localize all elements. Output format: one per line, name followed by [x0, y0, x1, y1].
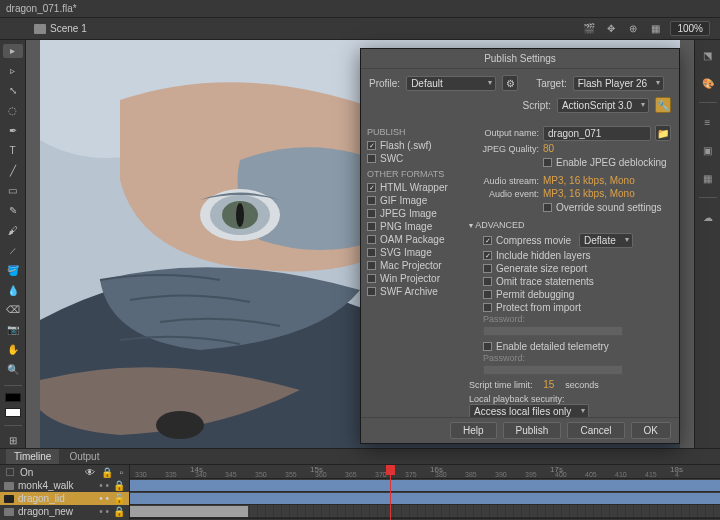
- profile-label: Profile:: [369, 78, 400, 89]
- audio-event-link[interactable]: MP3, 16 kbps, Mono: [543, 188, 635, 199]
- clapper-icon[interactable]: 🎬: [582, 22, 596, 36]
- timeline-tab[interactable]: Timeline: [6, 449, 59, 464]
- script-settings-icon[interactable]: 🔧: [655, 97, 671, 113]
- jpeg-quality-value[interactable]: 80: [543, 143, 554, 154]
- telemetry-password-label: Password:: [483, 353, 671, 363]
- browse-icon[interactable]: 📁: [655, 125, 671, 141]
- snap-tool[interactable]: ⊞: [3, 434, 23, 448]
- protect-checkbox[interactable]: Protect from import: [483, 301, 671, 314]
- jpeg-checkbox[interactable]: JPEG Image: [367, 207, 455, 220]
- right-dock: ⬔ 🎨 ≡ ▣ ▦ ☁: [694, 40, 720, 448]
- compress-checkbox[interactable]: ✓Compress movieDeflate: [483, 232, 671, 249]
- flash-checkbox[interactable]: ✓Flash (.swf): [367, 139, 455, 152]
- timeline-panel: Timeline Output On👁🔒▫ monk4_walk• •🔒 dra…: [0, 448, 720, 520]
- debug-checkbox[interactable]: Permit debugging: [483, 288, 671, 301]
- format-list: PUBLISH ✓Flash (.swf) SWC OTHER FORMATS …: [361, 119, 461, 417]
- timeline-ruler[interactable]: 14s 15s 16s 17s 18s 33033534034535035536…: [130, 465, 720, 479]
- palette-icon[interactable]: 🎨: [699, 74, 717, 92]
- compress-dropdown[interactable]: Deflate: [579, 233, 633, 248]
- layer-row[interactable]: dragon_new• •🔒: [0, 505, 129, 518]
- on-label: On: [20, 467, 33, 478]
- password-field: [483, 326, 623, 336]
- hidden-layers-checkbox[interactable]: ✓Include hidden layers: [483, 249, 671, 262]
- size-report-checkbox[interactable]: Generate size report: [483, 262, 671, 275]
- track-row[interactable]: [130, 505, 720, 518]
- publish-settings-dialog: Publish Settings Profile: Default ⚙ Targ…: [360, 48, 680, 444]
- output-name-field[interactable]: dragon_071: [543, 126, 651, 141]
- stroke-swatch[interactable]: [5, 393, 21, 402]
- pen-tool[interactable]: ✒: [3, 124, 23, 138]
- swf-archive-checkbox[interactable]: SWF Archive: [367, 285, 455, 298]
- zoom-tool[interactable]: 🔍: [3, 363, 23, 377]
- left-toolbar: ▸ ▹ ⤡ ◌ ✒ T ╱ ▭ ✎ 🖌 ⟋ 🪣 💧 ⌫ 📷 ✋ 🔍 ⊞: [0, 40, 26, 448]
- center-icon[interactable]: ⊕: [626, 22, 640, 36]
- selection-tool[interactable]: ▸: [3, 44, 23, 58]
- dialog-title: Publish Settings: [361, 49, 679, 69]
- line-tool[interactable]: ╱: [3, 164, 23, 178]
- lock-icon[interactable]: 🔒: [101, 467, 113, 478]
- profile-options-icon[interactable]: ⚙: [502, 75, 518, 91]
- ok-button[interactable]: OK: [631, 422, 671, 439]
- layer-row[interactable]: dragon_lid• •🔒: [0, 492, 129, 505]
- output-tab[interactable]: Output: [61, 449, 107, 464]
- scene-label: Scene 1: [50, 23, 87, 34]
- track-row[interactable]: [130, 479, 720, 492]
- track-row[interactable]: [130, 492, 720, 505]
- script-label: Script:: [523, 100, 551, 111]
- eyedropper-tool[interactable]: 💧: [3, 283, 23, 297]
- pan-icon[interactable]: ✥: [604, 22, 618, 36]
- profile-dropdown[interactable]: Default: [406, 76, 496, 91]
- layer-row[interactable]: monk4_walk• •🔒: [0, 479, 129, 492]
- omit-trace-checkbox[interactable]: Omit trace statements: [483, 275, 671, 288]
- subselect-tool[interactable]: ▹: [3, 64, 23, 78]
- brush-tool[interactable]: 🖌: [3, 223, 23, 237]
- other-formats-header: OTHER FORMATS: [367, 169, 455, 179]
- title-bar: dragon_071.fla*: [0, 0, 720, 18]
- eraser-tool[interactable]: ⌫: [3, 303, 23, 317]
- oam-checkbox[interactable]: OAM Package: [367, 233, 455, 246]
- target-dropdown[interactable]: Flash Player 26: [573, 76, 664, 91]
- pencil-tool[interactable]: ✎: [3, 203, 23, 217]
- override-checkbox[interactable]: Override sound settings: [543, 201, 662, 214]
- local-security-dropdown[interactable]: Access local files only: [469, 404, 589, 417]
- deblock-checkbox[interactable]: Enable JPEG deblocking: [543, 156, 667, 169]
- script-time-value[interactable]: 15: [543, 379, 554, 390]
- bone-tool[interactable]: ⟋: [3, 243, 23, 257]
- grid-icon[interactable]: ▦: [648, 22, 662, 36]
- library-icon[interactable]: ▣: [699, 141, 717, 159]
- html-wrapper-checkbox[interactable]: ✓HTML Wrapper: [367, 181, 455, 194]
- file-title: dragon_071.fla*: [6, 3, 77, 14]
- cc-icon[interactable]: ☁: [699, 208, 717, 226]
- camera-tool[interactable]: 📷: [3, 323, 23, 337]
- swatches-icon[interactable]: ▦: [699, 169, 717, 187]
- gif-checkbox[interactable]: GIF Image: [367, 194, 455, 207]
- hand-tool[interactable]: ✋: [3, 343, 23, 357]
- transform-tool[interactable]: ⤡: [3, 84, 23, 98]
- cancel-button[interactable]: Cancel: [567, 422, 624, 439]
- align-icon[interactable]: ≡: [699, 113, 717, 131]
- bucket-tool[interactable]: 🪣: [3, 263, 23, 277]
- swc-checkbox[interactable]: SWC: [367, 152, 455, 165]
- scene-breadcrumb[interactable]: Scene 1: [26, 23, 95, 34]
- telemetry-checkbox[interactable]: Enable detailed telemetry: [483, 340, 671, 353]
- svg-checkbox[interactable]: SVG Image: [367, 246, 455, 259]
- mac-proj-checkbox[interactable]: Mac Projector: [367, 259, 455, 272]
- win-proj-checkbox[interactable]: Win Projector: [367, 272, 455, 285]
- rect-tool[interactable]: ▭: [3, 183, 23, 197]
- text-tool[interactable]: T: [3, 144, 23, 158]
- lasso-tool[interactable]: ◌: [3, 104, 23, 118]
- script-dropdown[interactable]: ActionScript 3.0: [557, 98, 649, 113]
- password-label: Password:: [483, 314, 671, 324]
- properties-icon[interactable]: ⬔: [699, 46, 717, 64]
- fill-swatch[interactable]: [5, 408, 21, 417]
- png-checkbox[interactable]: PNG Image: [367, 220, 455, 233]
- advanced-header[interactable]: ADVANCED: [469, 220, 671, 230]
- scene-icon: [34, 24, 46, 34]
- help-button[interactable]: Help: [450, 422, 497, 439]
- publish-button[interactable]: Publish: [503, 422, 562, 439]
- publish-header: PUBLISH: [367, 127, 455, 137]
- zoom-field[interactable]: 100%: [670, 21, 710, 36]
- audio-stream-link[interactable]: MP3, 16 kbps, Mono: [543, 175, 635, 186]
- playhead[interactable]: [390, 465, 391, 520]
- local-security-label: Local playback security:: [469, 394, 671, 404]
